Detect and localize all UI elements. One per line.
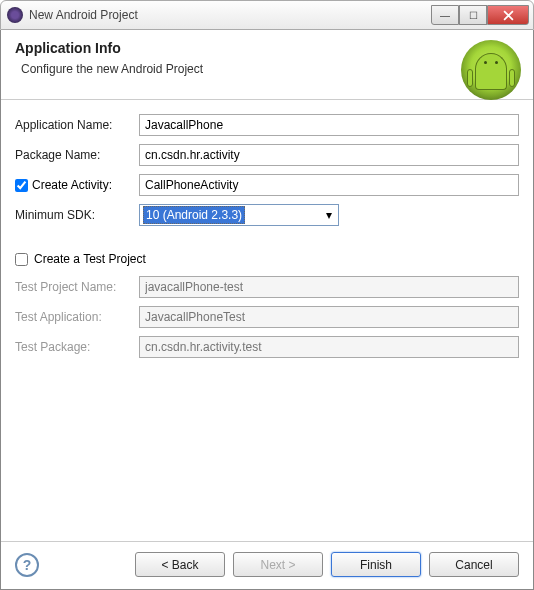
- close-button[interactable]: [487, 5, 529, 25]
- eclipse-icon: [7, 7, 23, 23]
- label-test-application: Test Application:: [15, 310, 133, 324]
- row-min-sdk: Minimum SDK: 10 (Android 2.3.3) ▾: [15, 204, 519, 226]
- create-activity-checkbox[interactable]: [15, 179, 28, 192]
- label-create-test-project: Create a Test Project: [34, 252, 146, 266]
- row-test-package: Test Package:: [15, 336, 519, 358]
- test-package-field: [139, 336, 519, 358]
- label-create-activity: Create Activity:: [32, 178, 112, 192]
- finish-button[interactable]: Finish: [331, 552, 421, 577]
- help-button[interactable]: ?: [15, 553, 39, 577]
- close-icon: [503, 10, 514, 21]
- page-title: Application Info: [15, 40, 519, 56]
- label-min-sdk: Minimum SDK:: [15, 208, 133, 222]
- footer: ? < Back Next > Finish Cancel: [1, 541, 533, 589]
- row-create-test-project: Create a Test Project: [15, 252, 519, 266]
- test-application-field: [139, 306, 519, 328]
- window-controls: — ☐: [431, 5, 529, 25]
- cancel-button[interactable]: Cancel: [429, 552, 519, 577]
- next-button: Next >: [233, 552, 323, 577]
- package-name-field[interactable]: [139, 144, 519, 166]
- row-package-name: Package Name:: [15, 144, 519, 166]
- minimum-sdk-selected: 10 (Android 2.3.3): [143, 206, 245, 224]
- label-package-name: Package Name:: [15, 148, 133, 162]
- label-test-package: Test Package:: [15, 340, 133, 354]
- row-test-project-name: Test Project Name:: [15, 276, 519, 298]
- page-subtitle: Configure the new Android Project: [15, 62, 519, 76]
- row-test-application: Test Application:: [15, 306, 519, 328]
- footer-buttons: < Back Next > Finish Cancel: [135, 552, 519, 577]
- window-title: New Android Project: [29, 8, 431, 22]
- maximize-button[interactable]: ☐: [459, 5, 487, 25]
- test-project-name-field: [139, 276, 519, 298]
- label-test-project-name: Test Project Name:: [15, 280, 133, 294]
- label-app-name: Application Name:: [15, 118, 133, 132]
- header-banner: Application Info Configure the new Andro…: [1, 30, 533, 100]
- chevron-down-icon: ▾: [322, 208, 336, 222]
- application-name-field[interactable]: [139, 114, 519, 136]
- form-content: Application Name: Package Name: Create A…: [1, 100, 533, 541]
- titlebar[interactable]: New Android Project — ☐: [0, 0, 534, 30]
- back-button[interactable]: < Back: [135, 552, 225, 577]
- window-body: Application Info Configure the new Andro…: [0, 30, 534, 590]
- row-create-activity: Create Activity:: [15, 174, 519, 196]
- row-app-name: Application Name:: [15, 114, 519, 136]
- activity-name-field[interactable]: [139, 174, 519, 196]
- create-test-project-checkbox[interactable]: [15, 253, 28, 266]
- minimize-button[interactable]: —: [431, 5, 459, 25]
- android-logo-icon: [461, 40, 521, 100]
- minimum-sdk-combobox[interactable]: 10 (Android 2.3.3) ▾: [139, 204, 339, 226]
